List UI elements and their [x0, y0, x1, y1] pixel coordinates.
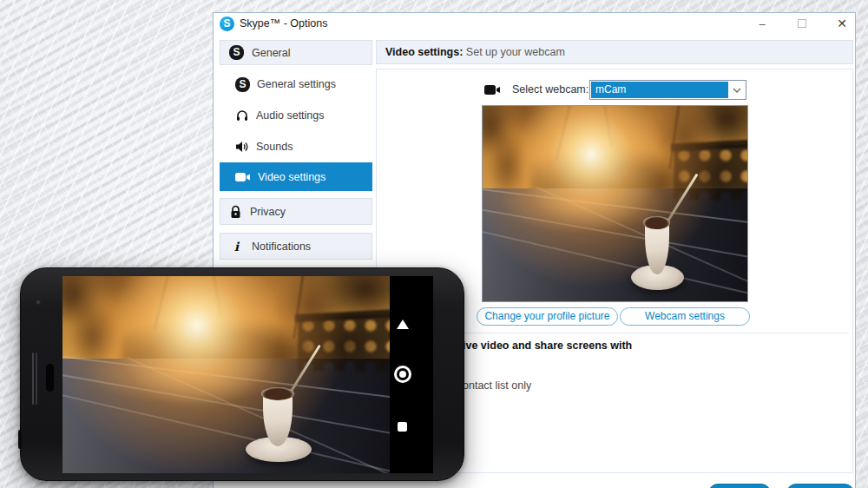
- coffee-cup: [246, 385, 311, 464]
- webcam-select-dropdown[interactable]: mCam: [589, 80, 746, 100]
- minimize-button[interactable]: –: [749, 15, 775, 33]
- contact-list-option-fragment: ontact list only: [463, 379, 531, 392]
- sidebar-item-general-settings[interactable]: S General settings: [220, 71, 372, 97]
- sidebar-item-audio-settings[interactable]: Audio settings: [220, 102, 372, 129]
- webcam-icon: [484, 84, 501, 96]
- lock-icon: [229, 205, 242, 219]
- coffee-surface: [261, 387, 294, 400]
- sunset-coffee-photo: [483, 106, 747, 301]
- phone-screen: [62, 276, 433, 473]
- sidebar-item-video-settings[interactable]: Video settings: [220, 162, 372, 191]
- sidebar-item-label: Notifications: [252, 241, 311, 253]
- info-icon: i: [229, 240, 244, 254]
- sidebar-item-label: Audio settings: [256, 109, 325, 122]
- skype-icon: S: [229, 45, 244, 60]
- maximize-icon: [798, 19, 806, 28]
- smartphone-overlay: [20, 267, 464, 481]
- zoom-toggle-icon[interactable]: [397, 320, 409, 329]
- close-button[interactable]: ✕: [829, 15, 855, 33]
- change-profile-picture-button[interactable]: Change your profile picture: [477, 307, 618, 326]
- headphones-icon: [235, 109, 249, 122]
- coffee-surface: [643, 216, 670, 228]
- sidebar-item-privacy[interactable]: Privacy: [220, 198, 372, 225]
- maximize-button[interactable]: [789, 15, 815, 33]
- save-button-partial[interactable]: [708, 484, 771, 488]
- earpiece-slot: [32, 353, 34, 405]
- sidebar-item-sounds[interactable]: Sounds: [220, 134, 372, 160]
- title-bar: S Skype™ - Options – ✕: [214, 13, 855, 36]
- stop-icon[interactable]: [398, 422, 407, 432]
- webcam-preview-image: [482, 105, 748, 302]
- share-screens-text-fragment: ive video and share screens with: [463, 340, 632, 352]
- sidebar-item-label: Sounds: [256, 141, 293, 153]
- select-webcam-label: Select webcam:: [512, 83, 589, 96]
- window-title: Skype™ - Options: [240, 17, 327, 30]
- skype-app-icon: S: [220, 16, 234, 31]
- phone-side-button: [18, 430, 22, 449]
- earpiece-slot: [36, 353, 37, 405]
- sun-glow: [483, 106, 747, 301]
- webcam-selected-value: mCam: [591, 82, 728, 98]
- coffee-cup: [631, 214, 684, 292]
- skype-icon: S: [235, 77, 250, 92]
- sidebar-item-label: General: [252, 47, 290, 59]
- sidebar-item-label: General settings: [257, 78, 336, 90]
- shutter-icon[interactable]: [394, 366, 411, 383]
- sidebar-item-general[interactable]: S General: [220, 40, 372, 65]
- video-camera-icon: [235, 172, 251, 182]
- select-webcam-row: Select webcam: mCam: [377, 80, 852, 101]
- sunset-coffee-photo: [62, 276, 390, 473]
- page-title-rest: Set up your webcam: [463, 46, 564, 58]
- cancel-button-partial[interactable]: [786, 484, 854, 488]
- camera-controls-strip: [390, 276, 433, 473]
- speaker-icon: [235, 140, 249, 154]
- camera-viewfinder: [62, 276, 390, 473]
- page-title-bold: Video settings:: [385, 46, 463, 58]
- sun-glow: [62, 276, 390, 473]
- earpiece-grille: [46, 364, 54, 392]
- webcam-settings-button[interactable]: Webcam settings: [620, 307, 750, 326]
- chevron-down-icon[interactable]: [728, 81, 746, 99]
- page-title: Video settings: Set up your webcam: [376, 40, 853, 64]
- sidebar-item-notifications[interactable]: i Notifications: [220, 233, 372, 260]
- sidebar-item-label: Video settings: [258, 171, 326, 183]
- front-camera-dot: [36, 300, 41, 305]
- sidebar-item-label: Privacy: [250, 206, 286, 218]
